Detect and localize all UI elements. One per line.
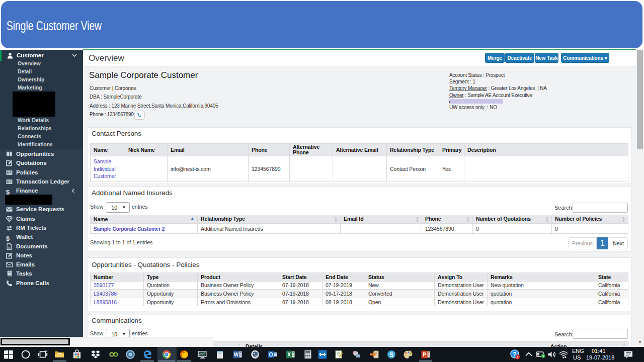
svg-text:W: W (234, 352, 239, 357)
svg-text:!: ! (517, 355, 519, 359)
svg-text:P: P (423, 352, 426, 357)
svg-text:X: X (287, 352, 291, 357)
svg-text:S: S (389, 351, 393, 358)
